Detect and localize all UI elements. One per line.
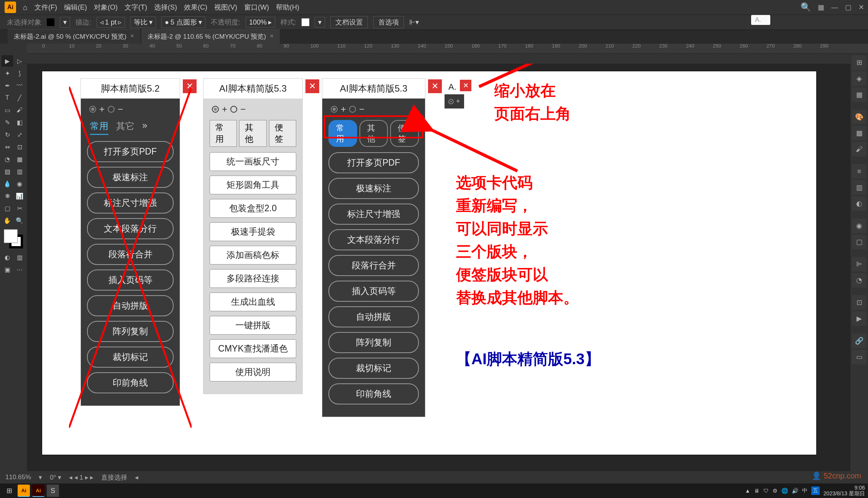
- menu-file[interactable]: 文件(F): [34, 3, 57, 12]
- script-button[interactable]: 极速手提袋: [210, 222, 296, 241]
- style-swatch[interactable]: [302, 18, 309, 26]
- script-button[interactable]: 添加画稿色标: [210, 246, 296, 265]
- close-button[interactable]: ✕: [428, 79, 442, 93]
- swatches-panel-icon[interactable]: ▩: [852, 126, 866, 140]
- menu-window[interactable]: 窗口(W): [244, 3, 269, 12]
- close-icon[interactable]: ✕: [858, 3, 864, 12]
- radio-on[interactable]: [212, 106, 219, 113]
- tab-common[interactable]: 常用: [90, 120, 108, 135]
- doc-tab-2[interactable]: 未标题-2 @ 110.65 % (CMYK/CPU 预览) ×: [141, 29, 280, 44]
- appearance-panel-icon[interactable]: ◉: [852, 219, 866, 233]
- transform-panel-icon[interactable]: ⊡: [852, 295, 866, 310]
- scale-tool[interactable]: ⤢: [14, 129, 25, 140]
- paintbrush-tool[interactable]: 🖌: [14, 104, 25, 116]
- radio-on[interactable]: [331, 106, 338, 113]
- color-panel-icon[interactable]: 🎨: [852, 110, 866, 124]
- graph-tool[interactable]: 📊: [14, 190, 25, 202]
- menu-help[interactable]: 帮助(H): [276, 3, 299, 12]
- script-button[interactable]: 极速标注: [328, 178, 419, 199]
- radio-on[interactable]: [89, 106, 96, 113]
- menu-view[interactable]: 视图(V): [214, 3, 237, 12]
- menu-select[interactable]: 选择(S): [154, 3, 177, 12]
- script-button[interactable]: 段落行合并: [328, 255, 419, 276]
- script-button[interactable]: 使用说明: [210, 363, 296, 381]
- artboard-tool[interactable]: ▢: [2, 202, 13, 214]
- menu-edit[interactable]: 编辑(E): [64, 3, 87, 12]
- artboard-nav[interactable]: ◂ ◂ 1 ▸ ▸: [69, 473, 94, 482]
- tray-volume-icon[interactable]: 🔊: [792, 488, 798, 494]
- doc-tab-1[interactable]: 未标题-2.ai @ 50 % (CMYK/CPU 预览) ×: [8, 29, 140, 44]
- eyedropper-tool[interactable]: 💧: [2, 178, 13, 189]
- script-button[interactable]: 多段路径连接: [210, 269, 296, 288]
- libraries-panel-icon[interactable]: ▦: [852, 87, 866, 102]
- script-button[interactable]: 阵列复制: [328, 332, 419, 353]
- script-button[interactable]: 段落行合并: [87, 244, 174, 265]
- tab-other[interactable]: 其他: [239, 120, 266, 147]
- fill-dropdown[interactable]: ▾: [60, 17, 70, 28]
- tray-ime-icon[interactable]: 五: [811, 486, 820, 495]
- zoom-tool[interactable]: 🔍: [14, 215, 25, 226]
- pathfinder-panel-icon[interactable]: ◔: [852, 273, 866, 288]
- script-button[interactable]: 极速标注: [87, 167, 174, 188]
- magic-wand-tool[interactable]: ✦: [2, 67, 13, 79]
- type-tool[interactable]: T: [2, 92, 13, 104]
- transparency-panel-icon[interactable]: ◐: [852, 196, 866, 211]
- script-button[interactable]: 打开多页PDF: [328, 152, 419, 173]
- script-button[interactable]: 文本段落分行: [328, 229, 419, 250]
- taskbar-app-other[interactable]: S: [47, 485, 59, 497]
- script-button[interactable]: 自动拼版: [328, 306, 419, 327]
- gradient-mode-icon[interactable]: ▥: [14, 251, 25, 263]
- script-button[interactable]: 矩形圆角工具: [210, 176, 296, 194]
- script-button[interactable]: 插入页码等: [87, 270, 174, 291]
- color-swatch[interactable]: [4, 229, 23, 248]
- edit-toolbar-icon[interactable]: ⋯: [14, 264, 25, 275]
- script-button[interactable]: 裁切标记: [87, 347, 174, 368]
- mesh-tool[interactable]: ▨: [2, 166, 13, 177]
- script-button[interactable]: 统一画板尺寸: [210, 152, 296, 171]
- uniform-dropdown[interactable]: 等比 ▾: [130, 16, 156, 28]
- eraser-tool[interactable]: ◧: [14, 117, 25, 128]
- radio-off[interactable]: [349, 106, 356, 113]
- align-panel-icon[interactable]: ⊫: [852, 257, 866, 271]
- close-button[interactable]: ✕: [183, 79, 197, 93]
- properties-panel-icon[interactable]: ⊞: [852, 55, 866, 70]
- stroke-panel-icon[interactable]: ≡: [852, 164, 866, 179]
- close-button[interactable]: ✕: [305, 79, 319, 93]
- style-dropdown[interactable]: ▾: [315, 17, 325, 28]
- menu-object[interactable]: 对象(O): [94, 3, 118, 12]
- direct-selection-tool[interactable]: ▷: [14, 55, 25, 67]
- gradient-tool[interactable]: ▥: [14, 166, 25, 177]
- stroke-weight[interactable]: ◃ 1 pt ▹: [97, 17, 125, 28]
- fill-swatch[interactable]: [47, 18, 54, 26]
- symbol-sprayer-tool[interactable]: ❋: [2, 190, 13, 202]
- layers-panel-icon[interactable]: ◈: [852, 71, 866, 86]
- graphic-styles-panel-icon[interactable]: ▢: [852, 235, 866, 249]
- slice-tool[interactable]: ✂: [14, 202, 25, 214]
- script-button[interactable]: 文本段落分行: [87, 218, 174, 239]
- radio-icon[interactable]: [448, 99, 454, 104]
- menu-effect[interactable]: 效果(C): [184, 3, 207, 12]
- script-button[interactable]: 标注尺寸增强: [328, 204, 419, 225]
- script-button[interactable]: 印前角线: [87, 372, 174, 393]
- rotate-view[interactable]: 0° ▾: [50, 473, 61, 482]
- home-icon[interactable]: ⌂: [23, 3, 28, 12]
- brush-dropdown[interactable]: ● 5 点圆形 ▾: [161, 16, 205, 28]
- script-button[interactable]: 插入页码等: [328, 281, 419, 302]
- actions-panel-icon[interactable]: ▶: [852, 311, 866, 326]
- rectangle-tool[interactable]: ▭: [2, 104, 13, 116]
- script-button[interactable]: 一键拼版: [210, 316, 296, 335]
- doc-setup-button[interactable]: 文档设置: [330, 16, 368, 28]
- free-transform-tool[interactable]: ⊡: [14, 141, 25, 153]
- tab-close-icon[interactable]: ×: [130, 32, 134, 41]
- width-tool[interactable]: ⇔: [2, 141, 13, 153]
- lasso-tool[interactable]: ⟆: [14, 67, 25, 79]
- rotate-tool[interactable]: ↻: [2, 129, 13, 140]
- arrange-docs-icon[interactable]: ▦: [818, 3, 824, 12]
- maximize-icon[interactable]: ▢: [845, 3, 852, 12]
- shape-builder-tool[interactable]: ◔: [2, 153, 13, 165]
- script-button[interactable]: 自动拼版: [87, 295, 174, 316]
- scroll-left-icon[interactable]: ◂: [135, 473, 138, 482]
- taskbar-app-ai[interactable]: Ai: [18, 485, 30, 497]
- script-button[interactable]: 打开多页PDF: [87, 141, 174, 162]
- blend-tool[interactable]: ◉: [14, 178, 25, 189]
